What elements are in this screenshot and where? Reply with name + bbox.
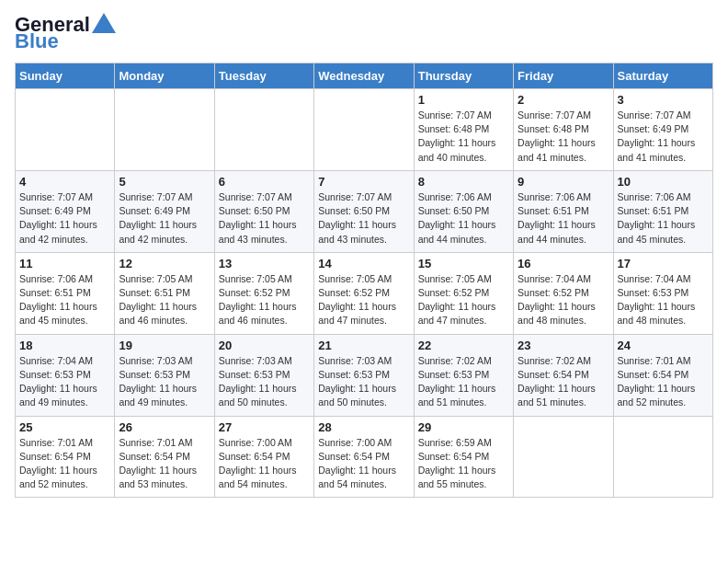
day-number: 5: [119, 175, 210, 189]
day-info: Sunrise: 7:07 AM Sunset: 6:48 PM Dayligh…: [418, 109, 509, 165]
day-number: 7: [318, 175, 409, 189]
day-info: Sunrise: 7:07 AM Sunset: 6:50 PM Dayligh…: [219, 190, 310, 247]
day-number: 27: [219, 420, 310, 434]
weekday-header-sunday: Sunday: [16, 63, 115, 89]
day-info: Sunrise: 7:07 AM Sunset: 6:49 PM Dayligh…: [19, 190, 110, 247]
calendar-cell: [514, 416, 613, 498]
day-info: Sunrise: 7:04 AM Sunset: 6:53 PM Dayligh…: [19, 354, 110, 410]
calendar-cell: 29Sunrise: 6:59 AM Sunset: 6:54 PM Dayli…: [414, 416, 513, 498]
calendar-cell: 6Sunrise: 7:07 AM Sunset: 6:50 PM Daylig…: [214, 170, 313, 252]
day-info: Sunrise: 7:06 AM Sunset: 6:50 PM Dayligh…: [418, 190, 509, 247]
calendar-cell: [214, 89, 313, 171]
day-number: 16: [518, 257, 609, 270]
calendar-cell: 4Sunrise: 7:07 AM Sunset: 6:49 PM Daylig…: [16, 170, 115, 252]
day-info: Sunrise: 7:00 AM Sunset: 6:54 PM Dayligh…: [219, 436, 310, 492]
day-number: 20: [219, 339, 310, 352]
day-info: Sunrise: 7:07 AM Sunset: 6:48 PM Dayligh…: [518, 109, 609, 165]
day-number: 22: [418, 339, 509, 352]
day-info: Sunrise: 7:06 AM Sunset: 6:51 PM Dayligh…: [618, 190, 709, 247]
weekday-header-thursday: Thursday: [414, 63, 513, 89]
day-number: 4: [19, 175, 110, 189]
day-info: Sunrise: 7:07 AM Sunset: 6:49 PM Dayligh…: [119, 190, 210, 247]
calendar-cell: 9Sunrise: 7:06 AM Sunset: 6:51 PM Daylig…: [514, 170, 613, 252]
day-number: 9: [518, 175, 609, 189]
day-info: Sunrise: 7:06 AM Sunset: 6:51 PM Dayligh…: [19, 272, 110, 328]
calendar-cell: [314, 89, 414, 171]
calendar-cell: 16Sunrise: 7:04 AM Sunset: 6:52 PM Dayli…: [514, 252, 613, 334]
calendar-cell: 20Sunrise: 7:03 AM Sunset: 6:53 PM Dayli…: [214, 334, 313, 416]
calendar-cell: 18Sunrise: 7:04 AM Sunset: 6:53 PM Dayli…: [16, 334, 115, 416]
day-number: 17: [618, 257, 709, 270]
day-info: Sunrise: 7:05 AM Sunset: 6:52 PM Dayligh…: [418, 272, 509, 328]
day-number: 2: [518, 93, 609, 107]
calendar-cell: 28Sunrise: 7:00 AM Sunset: 6:54 PM Dayli…: [314, 416, 414, 498]
day-number: 12: [119, 257, 210, 270]
calendar-cell: 13Sunrise: 7:05 AM Sunset: 6:52 PM Dayli…: [214, 252, 313, 334]
day-info: Sunrise: 7:07 AM Sunset: 6:50 PM Dayligh…: [318, 190, 409, 247]
calendar-cell: 24Sunrise: 7:01 AM Sunset: 6:54 PM Dayli…: [613, 334, 712, 416]
calendar-cell: 22Sunrise: 7:02 AM Sunset: 6:53 PM Dayli…: [414, 334, 513, 416]
day-number: 6: [219, 175, 310, 189]
day-info: Sunrise: 7:01 AM Sunset: 6:54 PM Dayligh…: [119, 436, 210, 492]
logo: General Blue: [15, 15, 116, 52]
calendar-cell: 5Sunrise: 7:07 AM Sunset: 6:49 PM Daylig…: [115, 170, 214, 252]
svg-marker-0: [92, 13, 116, 33]
calendar-cell: 17Sunrise: 7:04 AM Sunset: 6:53 PM Dayli…: [613, 252, 712, 334]
day-info: Sunrise: 7:04 AM Sunset: 6:52 PM Dayligh…: [518, 272, 609, 328]
day-number: 29: [418, 420, 509, 434]
day-info: Sunrise: 7:00 AM Sunset: 6:54 PM Dayligh…: [318, 436, 409, 492]
logo-blue-text: Blue: [15, 29, 59, 52]
calendar-cell: 27Sunrise: 7:00 AM Sunset: 6:54 PM Dayli…: [214, 416, 313, 498]
day-info: Sunrise: 7:03 AM Sunset: 6:53 PM Dayligh…: [219, 354, 310, 410]
weekday-header-monday: Monday: [115, 63, 214, 89]
day-number: 25: [19, 420, 110, 434]
calendar-cell: 2Sunrise: 7:07 AM Sunset: 6:48 PM Daylig…: [514, 89, 613, 171]
day-info: Sunrise: 7:05 AM Sunset: 6:52 PM Dayligh…: [318, 272, 409, 328]
day-number: 19: [119, 339, 210, 352]
calendar-cell: 19Sunrise: 7:03 AM Sunset: 6:53 PM Dayli…: [115, 334, 214, 416]
day-info: Sunrise: 7:03 AM Sunset: 6:53 PM Dayligh…: [119, 354, 210, 410]
calendar-cell: 14Sunrise: 7:05 AM Sunset: 6:52 PM Dayli…: [314, 252, 414, 334]
weekday-header-friday: Friday: [514, 63, 613, 89]
day-number: 1: [418, 93, 509, 107]
weekday-header-wednesday: Wednesday: [314, 63, 414, 89]
day-number: 15: [418, 257, 509, 270]
calendar-cell: 21Sunrise: 7:03 AM Sunset: 6:53 PM Dayli…: [314, 334, 414, 416]
page-header: General Blue: [15, 15, 713, 52]
weekday-header-saturday: Saturday: [613, 63, 712, 89]
day-number: 23: [518, 339, 609, 352]
day-info: Sunrise: 7:02 AM Sunset: 6:53 PM Dayligh…: [418, 354, 509, 410]
calendar-cell: 26Sunrise: 7:01 AM Sunset: 6:54 PM Dayli…: [115, 416, 214, 498]
calendar-cell: [613, 416, 712, 498]
day-info: Sunrise: 7:01 AM Sunset: 6:54 PM Dayligh…: [618, 354, 709, 410]
day-info: Sunrise: 7:05 AM Sunset: 6:52 PM Dayligh…: [219, 272, 310, 328]
calendar-cell: 8Sunrise: 7:06 AM Sunset: 6:50 PM Daylig…: [414, 170, 513, 252]
weekday-header-tuesday: Tuesday: [214, 63, 313, 89]
day-number: 11: [19, 257, 110, 270]
calendar-cell: 15Sunrise: 7:05 AM Sunset: 6:52 PM Dayli…: [414, 252, 513, 334]
day-number: 21: [318, 339, 409, 352]
calendar-cell: 7Sunrise: 7:07 AM Sunset: 6:50 PM Daylig…: [314, 170, 414, 252]
calendar-table: SundayMondayTuesdayWednesdayThursdayFrid…: [15, 63, 713, 498]
day-number: 13: [219, 257, 310, 270]
day-info: Sunrise: 7:01 AM Sunset: 6:54 PM Dayligh…: [19, 436, 110, 492]
day-info: Sunrise: 7:03 AM Sunset: 6:53 PM Dayligh…: [318, 354, 409, 410]
day-info: Sunrise: 7:06 AM Sunset: 6:51 PM Dayligh…: [518, 190, 609, 247]
day-number: 26: [119, 420, 210, 434]
day-number: 10: [618, 175, 709, 189]
calendar-cell: [16, 89, 115, 171]
day-info: Sunrise: 7:04 AM Sunset: 6:53 PM Dayligh…: [618, 272, 709, 328]
day-number: 8: [418, 175, 509, 189]
logo-icon: [92, 13, 116, 33]
calendar-cell: 11Sunrise: 7:06 AM Sunset: 6:51 PM Dayli…: [16, 252, 115, 334]
calendar-cell: 23Sunrise: 7:02 AM Sunset: 6:54 PM Dayli…: [514, 334, 613, 416]
calendar-cell: 3Sunrise: 7:07 AM Sunset: 6:49 PM Daylig…: [613, 89, 712, 171]
calendar-cell: 10Sunrise: 7:06 AM Sunset: 6:51 PM Dayli…: [613, 170, 712, 252]
day-number: 14: [318, 257, 409, 270]
day-number: 18: [19, 339, 110, 352]
day-info: Sunrise: 6:59 AM Sunset: 6:54 PM Dayligh…: [418, 436, 509, 492]
calendar-cell: 25Sunrise: 7:01 AM Sunset: 6:54 PM Dayli…: [16, 416, 115, 498]
day-number: 3: [618, 93, 709, 107]
day-info: Sunrise: 7:02 AM Sunset: 6:54 PM Dayligh…: [518, 354, 609, 410]
day-number: 24: [618, 339, 709, 352]
